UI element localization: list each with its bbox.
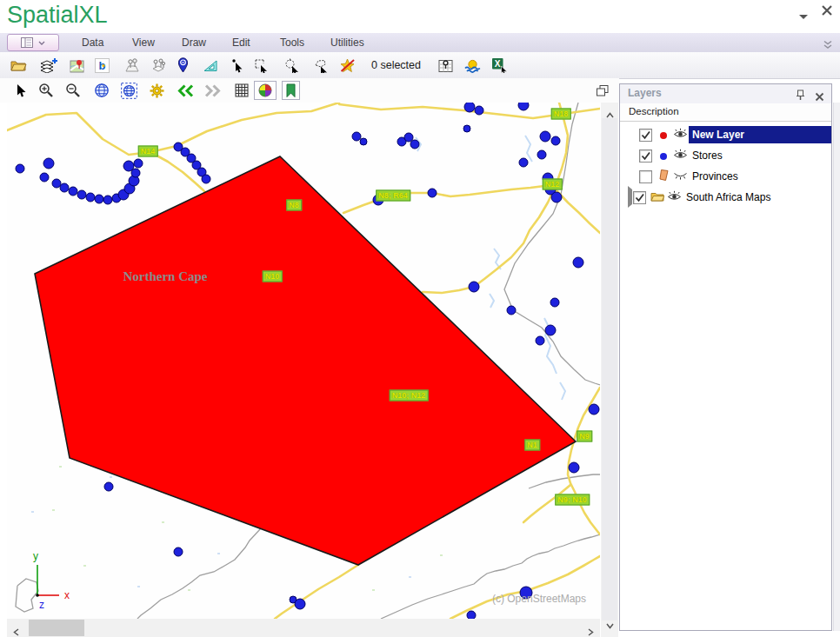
road-line (275, 565, 358, 619)
eye-open-icon[interactable] (672, 148, 689, 163)
app-title: SpatialXL (7, 2, 108, 29)
sun-water-icon[interactable] (464, 58, 481, 73)
bing-maps-icon[interactable]: b (95, 58, 110, 73)
map-canvas[interactable]: N14N18N8; R64N12N8N10N10; N12N1N9N9; N10… (7, 103, 600, 619)
excel-select-icon[interactable]: X (491, 57, 508, 73)
eye-open-icon[interactable] (672, 127, 689, 143)
location-pin-icon[interactable] (177, 57, 189, 73)
layer-row-south-africa-maps[interactable]: South Africa Maps (620, 187, 831, 208)
store-dot (475, 106, 483, 115)
chevrons-previous-icon[interactable] (177, 84, 194, 97)
tab-draw[interactable]: Draw (178, 33, 210, 52)
store-dot (410, 140, 419, 149)
select-circle-icon[interactable] (284, 58, 299, 73)
select-rectangle-icon[interactable] (254, 58, 269, 73)
river-line (490, 294, 494, 308)
select-cursor-icon[interactable] (231, 58, 244, 73)
clear-selection-star-icon[interactable] (339, 58, 356, 73)
scroll-up-icon[interactable] (606, 107, 614, 123)
boundary-line (137, 528, 261, 619)
pointer-icon[interactable] (16, 83, 27, 98)
map-speck (162, 521, 164, 523)
river-line (560, 382, 565, 400)
open-folder-icon[interactable] (10, 58, 27, 72)
legend-button[interactable] (254, 81, 277, 100)
store-dot (551, 192, 562, 202)
selected-province-polygon[interactable] (35, 156, 576, 565)
layers-panel-titlebar[interactable]: Layers (620, 84, 831, 103)
window-menu-icon[interactable] (798, 8, 809, 23)
settings-gear-icon[interactable] (150, 83, 164, 98)
hscroll-thumb[interactable] (29, 620, 84, 636)
application-menu-button[interactable] (7, 34, 59, 51)
vscroll-thumb[interactable] (602, 118, 617, 620)
store-dot (507, 306, 516, 315)
store-dot (123, 161, 134, 171)
map-vertical-scrollbar[interactable] (601, 103, 618, 637)
map-speck (31, 511, 34, 513)
tab-tools[interactable]: Tools (277, 33, 308, 52)
zoom-in-icon[interactable] (38, 83, 54, 98)
layer-name[interactable]: Stores (689, 147, 831, 164)
scroll-right-icon[interactable] (587, 624, 594, 637)
select-lasso-icon[interactable] (313, 58, 329, 73)
bookmark-button[interactable] (282, 81, 300, 100)
axis-indicator: y x z (28, 547, 73, 612)
chevrons-next-icon[interactable] (204, 84, 221, 97)
layer-name[interactable]: Provinces (689, 168, 831, 185)
scroll-down-icon[interactable] (606, 617, 614, 633)
map-speck (188, 589, 190, 591)
tab-data[interactable]: Data (78, 33, 107, 52)
map-horizontal-scrollbar[interactable] (7, 619, 600, 637)
map-attribution: (c) OpenStreetMaps (492, 593, 586, 605)
panel-scrollbar[interactable] (833, 103, 840, 631)
float-window-icon[interactable] (597, 84, 609, 100)
description-column-header[interactable]: Description (620, 103, 831, 122)
store-dot (60, 183, 69, 192)
eye-open-icon[interactable] (666, 189, 683, 205)
pins-area-icon[interactable] (123, 58, 140, 73)
store-dot (404, 133, 413, 142)
layer-row-stores[interactable]: Stores (620, 145, 831, 166)
google-map-icon[interactable] (70, 58, 84, 73)
layer-name[interactable]: New Layer (689, 126, 831, 143)
store-dot (428, 189, 437, 197)
tab-edit[interactable]: Edit (229, 33, 254, 52)
layer-row-new-layer[interactable]: New Layer (620, 124, 831, 145)
tab-view[interactable]: View (129, 33, 158, 52)
store-dot (43, 158, 54, 169)
zoom-out-icon[interactable] (65, 83, 81, 98)
scroll-left-icon[interactable] (13, 624, 20, 637)
tab-utilities[interactable]: Utilities (327, 33, 368, 52)
layer-row-provinces[interactable]: Provinces (620, 166, 831, 187)
window-list-icon (21, 37, 36, 48)
ribbon-collapse-chevron-icon[interactable] (823, 37, 833, 53)
layer-symbol-blue-dot (656, 148, 671, 163)
close-icon[interactable] (821, 4, 833, 20)
map-locate-icon[interactable] (438, 58, 453, 73)
layer-checkbox[interactable] (633, 191, 646, 204)
grid-icon[interactable] (235, 83, 249, 97)
store-dot (16, 164, 24, 173)
layer-name[interactable]: South Africa Maps (683, 189, 831, 206)
eye-closed-icon[interactable] (672, 169, 689, 184)
layer-checkbox[interactable] (639, 129, 652, 142)
check-icon (640, 129, 651, 141)
svg-text:X: X (495, 59, 501, 69)
triangle-ruler-icon[interactable] (203, 59, 218, 72)
store-dot (540, 131, 550, 142)
title-bar: SpatialXL (0, 0, 840, 33)
map-toolbar (0, 78, 619, 103)
store-dot (40, 173, 49, 182)
store-dot (174, 547, 183, 556)
selection-count-label: 0 selected (371, 59, 421, 71)
layer-checkbox[interactable] (639, 170, 652, 183)
add-layer-icon[interactable] (39, 58, 57, 73)
store-dot (95, 195, 103, 203)
globe-select-extent-icon[interactable] (121, 83, 137, 99)
pin-icon[interactable] (796, 89, 805, 104)
pins-group-icon[interactable] (150, 58, 167, 73)
application-window: SpatialXL Data View Draw Edit Tools Util… (0, 0, 840, 637)
layer-checkbox[interactable] (639, 149, 652, 163)
globe-full-extent-icon[interactable] (94, 83, 110, 98)
